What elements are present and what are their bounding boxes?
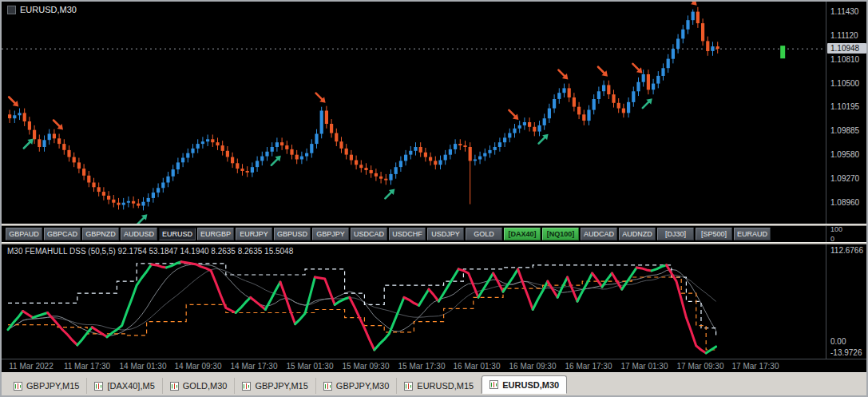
time-axis[interactable]: 11 Mar 202211 Mar 17:3014 Mar 01:3014 Ma… [2, 359, 866, 373]
symbol-button-EURJPY[interactable]: EURJPY [236, 228, 272, 240]
chart-tab-GOLD-M30[interactable]: GOLD,M30 [163, 378, 236, 394]
price-axis[interactable]: 1.114301.111201.108101.105001.101951.098… [826, 2, 867, 224]
symbol-button-EURGBP[interactable]: EURGBP [197, 228, 234, 240]
time-axis-label: 15 Mar 01:30 [287, 362, 334, 371]
tab-chart-icon [242, 382, 251, 391]
tab-label: GBPJPY,M15 [26, 381, 79, 391]
chart-tab-EURUSD-M15[interactable]: EURUSD,M15 [397, 378, 482, 394]
tab-chart-icon [14, 382, 22, 391]
symbol-button-GBPJPY[interactable]: GBPJPY [312, 228, 349, 240]
chart-tab-EURUSD-M30[interactable]: EURUSD,M30 [482, 375, 567, 394]
indicator-axis-label: -13.9726 [830, 348, 862, 357]
price-axis-label: 1.11120 [830, 31, 858, 40]
symbol-button-GBPCAD[interactable]: GBPCAD [44, 228, 81, 240]
indicator-axis-label: 112.6766 [830, 246, 863, 255]
price-axis-label: 1.10195 [830, 102, 859, 111]
time-axis-label: 17 Mar 17:30 [732, 362, 779, 371]
time-axis-label: 14 Mar 17:30 [231, 362, 278, 371]
symbol-button-USDJPY[interactable]: USDJPY [427, 228, 464, 240]
price-axis-label: 1.09270 [830, 174, 859, 183]
time-axis-label: 16 Mar 09:30 [509, 362, 557, 371]
tab-chart-icon [94, 382, 103, 391]
chart-window: EURUSD,M30 1.114301.111201.108101.105001… [2, 2, 866, 372]
indicator-axis[interactable]: 112.67660.00-13.9726 [826, 244, 867, 359]
time-axis-label: 11 Mar 2022 [9, 362, 53, 371]
symbol-buttons-row: GBPAUDGBPCADGBPNZDAUDUSDEURUSDEURGBPEURJ… [6, 228, 771, 240]
symbol-buttons-panel: GBPAUDGBPCADGBPNZDAUDUSDEURUSDEURGBPEURJ… [2, 226, 866, 242]
symbol-button-EURAUD[interactable]: EURAUD [734, 228, 771, 240]
chart-symbol-label: EURUSD,M30 [20, 5, 77, 14]
symbol-button-EURUSD[interactable]: EURUSD [159, 228, 196, 240]
indicator-chart[interactable] [2, 244, 826, 359]
tab-label: GBPJPY,M30 [336, 381, 389, 391]
time-axis-label: 11 Mar 17:30 [64, 362, 110, 371]
symbol-button-GBPUSD[interactable]: GBPUSD [274, 228, 311, 240]
chart-symbol-title: EURUSD,M30 [7, 5, 77, 14]
chart-tab-GBPJPY-M30[interactable]: GBPJPY,M30 [316, 378, 397, 394]
subwindow-axis-max: 100 [830, 225, 842, 233]
symbol-button-AUDCAD[interactable]: AUDCAD [581, 228, 617, 240]
price-axis-label: 1.08960 [830, 198, 859, 207]
price-axis-label: 1.10810 [830, 55, 859, 64]
symbol-button-DJ30[interactable]: [DJ30] [657, 228, 694, 240]
time-axis-label: 16 Mar 01:30 [454, 362, 501, 371]
trading-terminal-window: EURUSD,M30 1.114301.111201.108101.105001… [0, 0, 868, 397]
chart-tabs-bar: GBPJPY,M15[DAX40],M5GOLD,M30GBPJPY,M15GB… [2, 372, 866, 395]
symbol-button-GBPAUD[interactable]: GBPAUD [6, 228, 42, 240]
current-price-label: 1.10948 [827, 43, 866, 54]
tab-chart-icon [170, 382, 179, 391]
tab-chart-icon [404, 382, 413, 391]
time-axis-label: 17 Mar 09:30 [677, 362, 724, 371]
price-axis-label: 1.09885 [830, 126, 859, 135]
indicator-axis-label: 0.00 [830, 337, 846, 346]
time-axis-label: 14 Mar 09:30 [175, 362, 222, 371]
symbol-button-DAX40[interactable]: [DAX40] [504, 228, 541, 240]
symbol-button-AUDUSD[interactable]: AUDUSD [121, 228, 157, 240]
tab-label: EURUSD,M15 [417, 381, 474, 391]
price-axis-label: 1.11430 [830, 7, 858, 16]
tab-label: GBPJPY,M15 [255, 381, 307, 391]
time-axis-label: 16 Mar 17:30 [565, 362, 612, 371]
subwindow-axis: 100 0 [826, 226, 867, 242]
main-chart-panel: EURUSD,M30 1.114301.111201.108101.105001… [2, 2, 866, 224]
chart-tab-GBPJPY-M15[interactable]: GBPJPY,M15 [235, 378, 315, 394]
symbol-button-AUDNZD[interactable]: AUDNZD [619, 228, 656, 240]
time-axis-label: 15 Mar 17:30 [398, 362, 446, 371]
symbol-button-SP500[interactable]: [SP500] [696, 228, 732, 240]
symbol-button-USDCHF[interactable]: USDCHF [389, 228, 426, 240]
time-axis-label: 14 Mar 01:30 [120, 362, 167, 371]
candlestick-chart[interactable] [2, 2, 826, 224]
symbol-button-GBPNZD[interactable]: GBPNZD [82, 228, 119, 240]
green-marker-object [780, 46, 785, 58]
symbol-button-GOLD[interactable]: GOLD [466, 228, 502, 240]
chart-tab--DAX40--M5[interactable]: [DAX40],M5 [87, 378, 162, 394]
symbol-button-NQ100[interactable]: [NQ100] [542, 228, 579, 240]
chart-tab-GBPJPY-M15[interactable]: GBPJPY,M15 [6, 378, 87, 394]
chart-icon [7, 6, 16, 14]
price-axis-label: 1.09580 [830, 150, 859, 159]
tab-chart-icon [323, 382, 332, 391]
tab-label: [DAX40],M5 [107, 381, 154, 391]
time-axis-label: 17 Mar 01:30 [621, 362, 668, 371]
indicator-panel: M30 FEMAHULL DSS (50,5,5) 92.1754 53.184… [2, 244, 866, 359]
price-axis-label: 1.10500 [830, 79, 859, 88]
indicator-label: M30 FEMAHULL DSS (50,5,5) 92.1754 53.184… [7, 247, 293, 256]
tab-chart-icon [489, 380, 498, 389]
tab-label: EURUSD,M30 [502, 380, 559, 390]
time-axis-label: 15 Mar 09:30 [343, 362, 390, 371]
symbol-button-USDCAD[interactable]: USDCAD [351, 228, 387, 240]
tab-label: GOLD,M30 [183, 381, 228, 391]
